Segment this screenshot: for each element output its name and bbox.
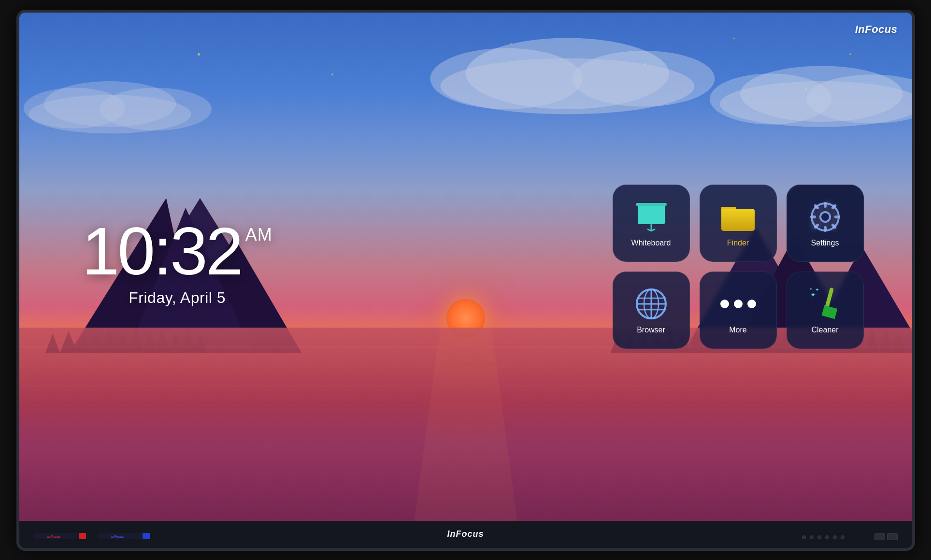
clock-time-display: 10:32AM [82, 217, 272, 285]
status-dots [802, 535, 845, 539]
pen-1-icon: InFocus [33, 531, 86, 540]
pen-2-icon: InFocus [97, 531, 150, 540]
finder-icon [720, 201, 756, 232]
status-dot-3 [817, 535, 821, 539]
usb-port-1[interactable] [874, 533, 885, 540]
more-icon-img [720, 286, 756, 322]
svg-rect-87 [824, 226, 827, 232]
settings-icon-img [807, 199, 843, 235]
cleaner-label: Cleaner [811, 326, 838, 334]
app-cleaner[interactable]: ✦ ✦ ✦ Cleaner [787, 272, 864, 349]
status-dot-4 [825, 535, 829, 539]
svg-text:InFocus: InFocus [111, 535, 124, 538]
more-dot-1 [720, 300, 729, 308]
svg-rect-62 [636, 203, 667, 206]
app-finder[interactable]: Finder [700, 185, 777, 262]
svg-rect-86 [824, 202, 827, 208]
tv-frame: InFocus 10:32AM Friday, April 5 [16, 10, 915, 551]
browser-icon-img [633, 286, 669, 322]
svg-text:✦: ✦ [815, 287, 819, 292]
clock-period: AM [245, 226, 272, 244]
app-settings[interactable]: Settings [787, 185, 864, 262]
settings-icon [809, 201, 842, 233]
app-more[interactable]: More [700, 272, 777, 349]
water-reflection [19, 328, 912, 521]
svg-marker-60 [414, 328, 517, 521]
more-label: More [729, 326, 746, 334]
more-dots [720, 300, 756, 308]
clock-widget: 10:32AM Friday, April 5 [82, 217, 272, 307]
svg-point-85 [821, 213, 829, 221]
status-dot-2 [810, 535, 814, 539]
svg-rect-88 [810, 215, 816, 218]
brand-name-bottom: InFocus [447, 529, 484, 539]
svg-rect-61 [638, 205, 665, 224]
app-grid: Whiteboard [613, 185, 864, 349]
more-dot-3 [747, 300, 756, 308]
brand-logo-bottom: InFocus [447, 529, 484, 539]
brand-name-top: InFocus [855, 23, 898, 35]
svg-rect-103 [143, 533, 150, 539]
app-browser[interactable]: Browser [613, 272, 690, 349]
bottom-bezel: InFocus InFocus InFocus [19, 521, 912, 548]
finder-icon-img [720, 199, 756, 235]
cleaner-icon-img: ✦ ✦ ✦ [807, 286, 843, 322]
pen-holder-2: InFocus [97, 531, 150, 542]
svg-rect-68 [721, 209, 755, 231]
screen: InFocus 10:32AM Friday, April 5 [19, 13, 912, 521]
more-dot-2 [734, 300, 743, 308]
status-dot-5 [833, 535, 837, 539]
usb-port-2[interactable] [887, 533, 898, 540]
whiteboard-icon-img [633, 199, 669, 235]
svg-text:InFocus: InFocus [47, 535, 60, 538]
svg-rect-95 [822, 305, 838, 318]
clock-date-display: Friday, April 5 [82, 289, 272, 307]
status-dot-1 [802, 535, 806, 539]
svg-rect-100 [79, 533, 86, 539]
finder-label: Finder [727, 239, 749, 247]
whiteboard-label: Whiteboard [631, 239, 671, 247]
clock-digits: 10:32 [82, 217, 242, 285]
svg-rect-89 [834, 215, 840, 218]
brand-logo-top: InFocus [855, 23, 898, 36]
settings-label: Settings [811, 239, 839, 247]
status-dot-6 [841, 535, 845, 539]
whiteboard-icon [634, 201, 669, 232]
app-whiteboard[interactable]: Whiteboard [613, 185, 690, 262]
browser-icon [635, 287, 668, 320]
svg-text:✦: ✦ [809, 287, 813, 291]
browser-label: Browser [637, 326, 665, 334]
pen-holder-1: InFocus [33, 531, 86, 542]
svg-rect-94 [825, 287, 834, 308]
usb-ports [874, 533, 898, 540]
cleaner-icon: ✦ ✦ ✦ [809, 287, 841, 321]
